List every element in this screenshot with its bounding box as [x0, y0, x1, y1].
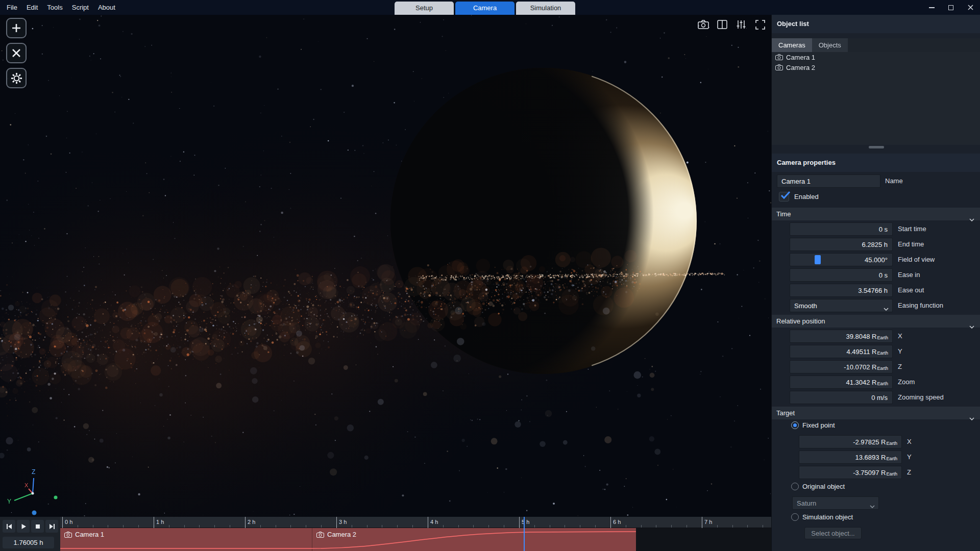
minimize-button[interactable] — [926, 2, 937, 13]
menu-about[interactable]: About — [93, 0, 120, 15]
field-of-view-input[interactable]: 45.000° — [790, 253, 893, 266]
target-y-label: Y — [907, 450, 912, 464]
simulation-object-radio[interactable] — [791, 513, 799, 521]
adjustments-icon — [736, 20, 746, 29]
list-item-camera-2[interactable]: Camera 2 — [772, 62, 980, 72]
minimize-icon — [929, 7, 935, 8]
easing-curve — [60, 528, 771, 551]
position-z-label: Z — [898, 360, 902, 373]
position-y-input[interactable]: 4.49511 REarth — [790, 345, 893, 358]
end-time-label: End time — [898, 238, 924, 251]
section-target[interactable]: Target — [772, 407, 980, 419]
viewport-canvas[interactable] — [0, 15, 771, 517]
object-list: Camera 1 Camera 2 — [772, 52, 980, 145]
menu-file[interactable]: File — [2, 0, 22, 15]
adjustments-button[interactable] — [735, 18, 747, 31]
current-time-display[interactable]: 1.76005 h — [3, 537, 54, 548]
zooming-speed-input[interactable]: 0 m/s — [790, 391, 893, 404]
end-time-input[interactable]: 6.2825 h — [790, 238, 893, 251]
section-time-title: Time — [776, 210, 791, 218]
ruler-tick: 6 h — [610, 517, 621, 528]
ruler-tick: 0 h — [62, 517, 72, 528]
timeline-controls: 1.76005 h — [0, 517, 60, 551]
axis-z-label: Z — [32, 468, 35, 475]
ease-in-input[interactable]: 0 s — [790, 268, 893, 282]
zoom-label: Zoom — [898, 375, 915, 389]
playhead[interactable] — [524, 517, 525, 551]
timeline-track: Camera 1 Camera 2 — [60, 528, 771, 551]
tab-camera[interactable]: Camera — [455, 2, 514, 15]
menu-tools[interactable]: Tools — [42, 0, 67, 15]
camera-icon — [775, 54, 783, 60]
select-object-button[interactable]: Select object... — [804, 527, 862, 539]
fixed-point-radio[interactable] — [791, 421, 799, 429]
menu-edit[interactable]: Edit — [22, 0, 42, 15]
fullscreen-button[interactable] — [754, 18, 766, 31]
tab-objects[interactable]: Objects — [812, 38, 848, 52]
skip-to-start-button[interactable] — [3, 520, 15, 533]
play-icon — [20, 523, 27, 530]
name-label: Name — [885, 174, 903, 188]
ruler-tick: 2 h — [245, 517, 255, 528]
start-time-input[interactable]: 0 s — [790, 222, 893, 236]
object-list-scrollbar[interactable] — [869, 146, 884, 148]
start-time-label: Start time — [898, 222, 926, 236]
menu-script[interactable]: Script — [67, 0, 93, 15]
maximize-button[interactable] — [945, 2, 957, 13]
screenshot-button[interactable] — [697, 18, 709, 31]
camera-name-input[interactable]: Camera 1 — [777, 174, 880, 188]
fullscreen-icon — [755, 20, 765, 30]
chevron-down-icon — [969, 417, 974, 420]
timeline: 1.76005 h 0 h 1 h 2 h 3 h 4 h 5 h 6 h 7 … — [0, 517, 771, 551]
split-view-button[interactable] — [716, 18, 728, 31]
window-controls — [926, 0, 976, 15]
fixed-point-label: Fixed point — [802, 421, 835, 430]
timeline-ruler[interactable]: 0 h 1 h 2 h 3 h 4 h 5 h 6 h 7 h — [60, 517, 771, 528]
ruler-tick: 4 h — [428, 517, 438, 528]
play-button[interactable] — [17, 520, 30, 533]
object-list-tabs: Cameras Objects — [772, 38, 980, 52]
tab-cameras[interactable]: Cameras — [772, 38, 812, 52]
original-object-radio[interactable] — [791, 483, 799, 490]
target-z-label: Z — [907, 466, 911, 479]
easing-function-label: Easing function — [898, 299, 943, 312]
cross-icon — [12, 48, 21, 58]
ruler-tick: 1 h — [154, 517, 164, 528]
titlebar: File Edit Tools Script About Setup Camer… — [0, 0, 980, 15]
section-relative-position[interactable]: Relative position — [772, 315, 980, 328]
right-panel: Object list Cameras Objects Camera 1 Cam… — [771, 15, 980, 551]
camera-properties-header: Camera properties — [772, 154, 980, 172]
target-y-input[interactable]: 13.6893 REarth — [799, 450, 902, 464]
viewport-side-toolbar — [6, 18, 27, 88]
chevron-down-icon — [884, 308, 889, 311]
field-of-view-label: Field of view — [898, 253, 935, 266]
tab-simulation[interactable]: Simulation — [516, 2, 575, 15]
gear-icon — [11, 72, 22, 84]
position-x-input[interactable]: 39.8048 REarth — [790, 330, 893, 343]
simulation-object-label: Simulation object — [802, 513, 853, 522]
application-window: File Edit Tools Script About Setup Camer… — [0, 0, 980, 551]
skip-to-end-button[interactable] — [45, 520, 58, 533]
tab-setup[interactable]: Setup — [395, 2, 454, 15]
position-z-input[interactable]: -10.0702 REarth — [790, 360, 893, 373]
settings-button[interactable] — [6, 68, 27, 88]
chevron-down-icon — [969, 218, 974, 221]
viewport: Z Y X — [0, 15, 771, 517]
enabled-checkbox[interactable] — [779, 192, 789, 202]
easing-function-dropdown[interactable]: Smooth — [790, 299, 893, 312]
camera-capture-icon — [698, 20, 709, 29]
section-target-title: Target — [776, 409, 795, 417]
ease-out-input[interactable]: 3.54766 h — [790, 284, 893, 297]
position-x-label: X — [898, 330, 902, 343]
close-button[interactable] — [965, 2, 976, 13]
stop-button[interactable] — [31, 520, 44, 533]
section-time[interactable]: Time — [772, 208, 980, 220]
target-z-input[interactable]: -3.75097 REarth — [799, 466, 902, 479]
fov-slider-handle[interactable] — [815, 255, 821, 264]
zoom-input[interactable]: 41.3042 REarth — [790, 375, 893, 389]
original-object-dropdown[interactable]: Saturn — [792, 496, 879, 510]
target-x-input[interactable]: -2.97825 REarth — [799, 435, 902, 448]
add-button[interactable] — [6, 18, 27, 38]
list-item-camera-1[interactable]: Camera 1 — [772, 52, 980, 62]
delete-button[interactable] — [6, 43, 27, 63]
